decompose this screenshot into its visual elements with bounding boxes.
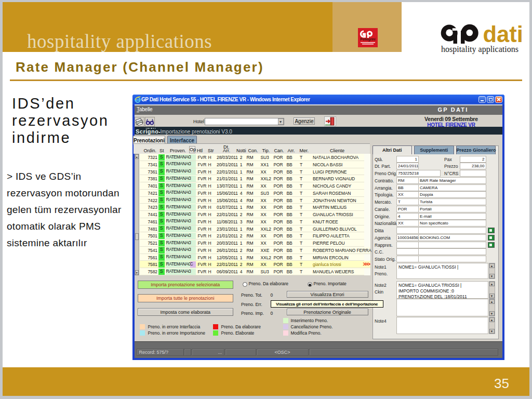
svg-text:dati: dati [483,21,523,46]
svg-text:Pellegrini: Pellegrini [360,37,375,42]
svg-text:hospitality applications: hospitality applications [441,44,518,54]
